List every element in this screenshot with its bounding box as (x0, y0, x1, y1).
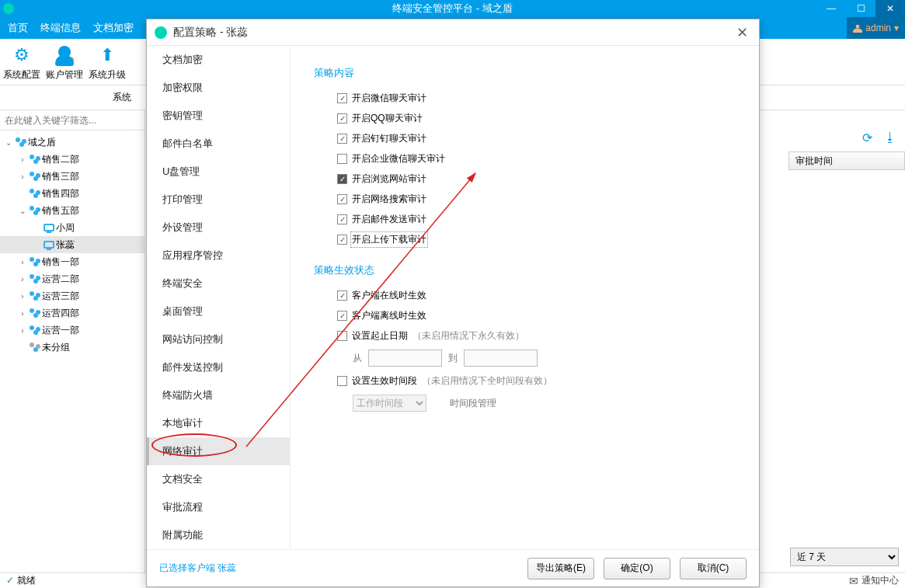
tree-node[interactable]: ›运营二部 (0, 270, 144, 287)
checkbox[interactable] (337, 376, 347, 386)
tree-label: 销售二部 (42, 153, 79, 166)
tree-node[interactable]: ›运营四部 (0, 304, 144, 322)
subbar-label[interactable]: 系统 (113, 91, 131, 104)
policy-category-item[interactable]: 加密权限 (147, 74, 290, 102)
tree-label: 运营一部 (42, 324, 79, 337)
checkbox[interactable] (337, 134, 347, 144)
grid-header-approval-time[interactable]: 审批时间 (788, 151, 905, 170)
admin-badge[interactable]: admin ▾ (847, 17, 905, 39)
date-from-input[interactable] (368, 350, 442, 367)
checkbox[interactable] (337, 311, 347, 321)
policy-category-item[interactable]: 应用程序管控 (147, 242, 290, 270)
tree-node[interactable]: ›运营三部 (0, 287, 144, 304)
refresh-icon[interactable]: ⟳ (860, 130, 874, 144)
policy-category-item[interactable]: U盘管理 (147, 158, 290, 186)
tree-search (0, 110, 144, 130)
checkbox[interactable] (337, 174, 347, 184)
group-icon (28, 189, 42, 198)
group-icon (28, 308, 42, 318)
policy-category-item[interactable]: 文档安全 (147, 465, 290, 493)
menu-terminal-info[interactable]: 终端信息 (40, 21, 81, 35)
expand-icon[interactable]: › (17, 155, 28, 164)
policy-option-row: 开启QQ聊天审计 (314, 108, 736, 128)
notify-center[interactable]: ✉通知中心 (849, 574, 899, 587)
policy-category-item[interactable]: 终端防火墙 (147, 381, 290, 409)
menu-doc-encrypt[interactable]: 文档加密 (93, 21, 134, 35)
option-label: 开启企业微信聊天审计 (352, 152, 445, 165)
time-manage-link[interactable]: 时间段管理 (450, 397, 496, 410)
checkbox[interactable] (337, 113, 347, 124)
tree-label: 域之盾 (28, 136, 56, 149)
policy-category-list: 文档加密加密权限密钥管理邮件白名单U盘管理打印管理外设管理应用程序管控终端安全桌… (147, 46, 291, 549)
expand-icon[interactable]: ⌄ (17, 207, 28, 215)
checkbox[interactable] (337, 331, 347, 341)
policy-category-item[interactable]: 桌面管理 (147, 297, 290, 325)
time-filter-select[interactable]: 近 7 天 (790, 548, 899, 566)
tree-node[interactable]: ›销售三部 (0, 168, 144, 185)
policy-category-item[interactable]: 打印管理 (147, 186, 290, 214)
app-logo (0, 0, 17, 17)
menu-home[interactable]: 首页 (8, 21, 28, 35)
expand-icon[interactable]: › (17, 326, 28, 335)
checkbox[interactable] (337, 194, 347, 204)
policy-category-item[interactable]: 网站访问控制 (147, 325, 290, 353)
close-button[interactable]: ✕ (875, 0, 905, 17)
expand-icon[interactable]: › (17, 292, 28, 301)
expand-icon[interactable]: › (17, 172, 28, 181)
policy-category-item[interactable]: 附属功能 (147, 521, 290, 549)
dialog-close-button[interactable]: ✕ (733, 24, 751, 41)
group-icon (28, 257, 42, 266)
checkbox[interactable] (337, 214, 347, 224)
tree-node[interactable]: 张蕊 (0, 236, 144, 253)
time-period-select[interactable]: 工作时间段 (353, 395, 426, 412)
tool-system-config[interactable]: ⚙ 系统配置 (0, 43, 43, 82)
policy-category-item[interactable]: 网络审计 (147, 437, 290, 465)
expand-icon[interactable]: › (17, 309, 28, 318)
tree-node[interactable]: ›销售一部 (0, 253, 144, 270)
expand-icon[interactable]: › (17, 275, 28, 284)
cancel-button[interactable]: 取消(C) (680, 558, 747, 579)
option-label: 开启浏览网站审计 (352, 172, 426, 186)
tree-node[interactable]: ›销售二部 (0, 151, 144, 168)
upgrade-icon: ⬆ (96, 43, 119, 67)
checkbox[interactable] (337, 291, 347, 301)
tree-node[interactable]: ⌄销售五部 (0, 202, 144, 219)
date-to-input[interactable] (464, 350, 538, 367)
section-policy-content: 策略内容 (314, 66, 736, 80)
tree-label: 小周 (56, 221, 75, 235)
tree-node[interactable]: ⌄域之盾 (0, 134, 144, 151)
tree-label: 销售三部 (42, 170, 79, 183)
date-range-row: 从到 (314, 346, 736, 371)
policy-category-item[interactable]: 密钥管理 (147, 102, 290, 130)
checkbox[interactable] (337, 235, 347, 245)
tree-node[interactable]: 销售四部 (0, 185, 144, 202)
policy-category-item[interactable]: 终端安全 (147, 270, 290, 297)
tree-node[interactable]: 未分组 (0, 339, 144, 356)
tree-node[interactable]: 小周 (0, 219, 144, 236)
policy-category-item[interactable]: 文档加密 (147, 46, 290, 74)
ok-button[interactable]: 确定(O) (604, 558, 670, 579)
tool-system-upgrade[interactable]: ⬆ 系统升级 (85, 43, 128, 82)
maximize-button[interactable]: ☐ (846, 0, 875, 17)
export-policy-button[interactable]: 导出策略(E) (527, 558, 594, 579)
policy-category-item[interactable]: 邮件发送控制 (147, 353, 290, 381)
tree-label: 运营二部 (42, 273, 79, 286)
expand-icon[interactable]: ⌄ (3, 138, 14, 147)
tool-label: 账户管理 (46, 68, 83, 82)
tree-node[interactable]: ›运营一部 (0, 322, 144, 339)
expand-icon[interactable]: › (17, 258, 28, 266)
policy-category-item[interactable]: 本地审计 (147, 409, 290, 437)
download-icon[interactable]: ⭳ (883, 130, 897, 144)
user-icon (853, 23, 862, 33)
checkbox[interactable] (337, 93, 347, 103)
checkbox[interactable] (337, 154, 347, 164)
option-label: 客户端离线时生效 (352, 309, 426, 322)
policy-category-item[interactable]: 外设管理 (147, 214, 290, 242)
policy-option-row: 开启企业微信聊天审计 (314, 148, 736, 169)
group-icon (28, 343, 42, 352)
policy-category-item[interactable]: 审批流程 (147, 493, 290, 521)
search-input[interactable] (0, 110, 144, 130)
policy-category-item[interactable]: 邮件白名单 (147, 130, 290, 158)
tool-account-manage[interactable]: ⚙ 账户管理 (43, 43, 85, 82)
minimize-button[interactable]: — (816, 0, 846, 17)
